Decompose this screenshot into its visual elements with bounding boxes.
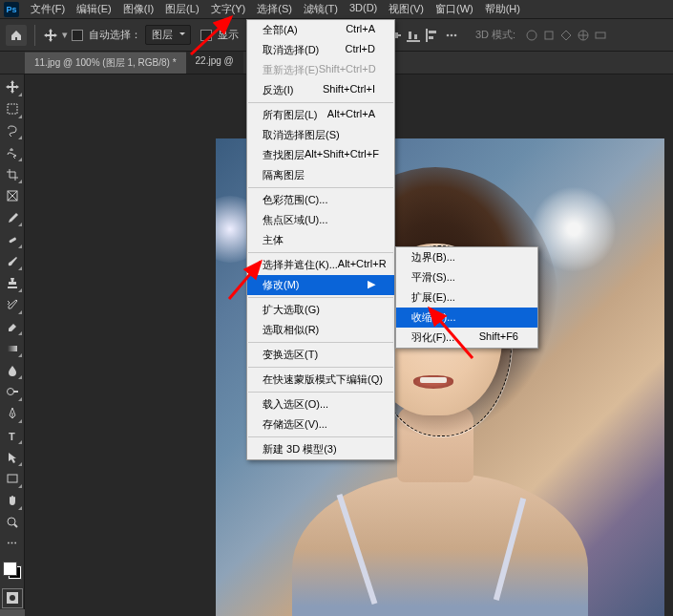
menu-滤镜[interactable]: 滤镜(T)	[298, 0, 344, 18]
menu-separator	[248, 392, 393, 393]
menu-item-label: 边界(B)...	[411, 250, 455, 265]
pen-tool[interactable]	[2, 404, 23, 424]
frame-tool[interactable]	[2, 186, 23, 206]
brush-tool[interactable]	[2, 251, 23, 271]
quick-mask-toggle[interactable]	[2, 588, 23, 608]
menu-separator	[248, 187, 393, 188]
menu-item-label: 重新选择(E)	[263, 63, 319, 77]
document-tab[interactable]: 11.jpg @ 100% (图层 1, RGB/8) *	[25, 52, 186, 74]
menu-item-label: 选择并遮住(K)...	[263, 258, 338, 272]
svg-rect-11	[429, 36, 433, 39]
menu-item[interactable]: 新建 3D 模型(3)	[247, 439, 394, 459]
healing-tool[interactable]	[2, 229, 23, 249]
more-icon[interactable]	[445, 29, 458, 42]
svg-rect-19	[8, 104, 17, 114]
svg-rect-18	[596, 32, 605, 38]
3d-mode-icons	[525, 29, 607, 42]
menu-item-label: 取消选择图层(S)	[263, 128, 340, 142]
menu-item[interactable]: 变换选区(T)	[247, 345, 394, 365]
hand-tool[interactable]	[2, 491, 23, 511]
app-logo: Ps	[4, 2, 19, 17]
color-swatch[interactable]	[2, 561, 23, 581]
blur-tool[interactable]	[2, 360, 23, 380]
svg-rect-7	[409, 32, 411, 39]
menu-item-label: 查找图层	[263, 148, 305, 162]
menu-item-label: 平滑(S)...	[411, 270, 455, 285]
menu-separator	[248, 367, 393, 368]
align-left-icon[interactable]	[426, 29, 439, 42]
svg-point-13	[451, 33, 453, 36]
stamp-tool[interactable]	[2, 273, 23, 293]
menu-编辑[interactable]: 编辑(E)	[71, 0, 117, 18]
path-select-tool[interactable]	[2, 447, 23, 467]
menu-item[interactable]: 存储选区(V)...	[247, 414, 394, 435]
menu-bar: Ps 文件(F)编辑(E)图像(I)图层(L)文字(Y)选择(S)滤镜(T)3D…	[0, 0, 673, 19]
menu-item[interactable]: 所有图层(L)Alt+Ctrl+A	[247, 105, 394, 125]
gradient-tool[interactable]	[2, 338, 23, 358]
menu-item-shortcut: Ctrl+A	[346, 23, 375, 37]
separator	[34, 25, 35, 46]
menu-item-label: 反选(I)	[263, 83, 293, 97]
eyedropper-tool[interactable]	[2, 208, 23, 228]
menu-item[interactable]: 取消选择(D)Ctrl+D	[247, 40, 394, 60]
menu-item-label: 选取相似(R)	[263, 323, 319, 337]
home-button[interactable]	[6, 25, 27, 46]
lasso-tool[interactable]	[2, 121, 23, 141]
menu-文件[interactable]: 文件(F)	[25, 0, 71, 18]
svg-point-28	[10, 595, 15, 601]
menu-窗口[interactable]: 窗口(W)	[430, 0, 479, 18]
align-bottom-icon[interactable]	[407, 29, 420, 42]
menu-item[interactable]: 查找图层Alt+Shift+Ctrl+F	[247, 145, 394, 165]
crop-tool[interactable]	[2, 164, 23, 184]
dodge-tool[interactable]	[2, 382, 23, 402]
menu-item[interactable]: 边界(B)...	[396, 247, 537, 267]
menu-item[interactable]: 主体	[247, 230, 394, 250]
menu-图像[interactable]: 图像(I)	[117, 0, 159, 18]
svg-point-15	[527, 31, 536, 40]
menu-item-label: 所有图层(L)	[263, 108, 317, 122]
tool-panel: T ⋯	[0, 74, 25, 609]
svg-point-14	[454, 33, 457, 36]
menu-separator	[248, 252, 393, 253]
menu-item[interactable]: 焦点区域(U)...	[247, 210, 394, 230]
menu-item-shortcut: Ctrl+D	[346, 43, 375, 57]
menu-选择[interactable]: 选择(S)	[251, 0, 298, 18]
move-tool-icon	[43, 28, 58, 43]
history-brush-tool[interactable]	[2, 295, 23, 315]
move-tool[interactable]	[2, 77, 23, 97]
menu-item[interactable]: 反选(I)Shift+Ctrl+I	[247, 80, 394, 100]
auto-select-checkbox[interactable]	[72, 30, 83, 41]
menu-item-shortcut: Alt+Ctrl+A	[327, 108, 375, 122]
menu-item[interactable]: 平滑(S)...	[396, 267, 537, 287]
svg-point-12	[447, 33, 450, 36]
menu-item-shortcut: Shift+Ctrl+I	[323, 83, 375, 97]
menu-item[interactable]: 取消选择图层(S)	[247, 125, 394, 145]
menu-item[interactable]: 选取相似(R)	[247, 320, 394, 340]
menu-item[interactable]: 全部(A)Ctrl+A	[247, 20, 394, 40]
edit-toolbar[interactable]: ⋯	[2, 534, 23, 554]
menu-item[interactable]: 色彩范围(C)...	[247, 190, 394, 210]
menu-item[interactable]: 在快速蒙版模式下编辑(Q)	[247, 370, 394, 390]
menu-3D[interactable]: 3D(D)	[344, 0, 383, 18]
svg-rect-9	[426, 29, 428, 42]
menu-item[interactable]: 隔离图层	[247, 165, 394, 185]
marquee-tool[interactable]	[2, 99, 23, 119]
svg-rect-21	[9, 237, 16, 244]
menu-视图[interactable]: 视图(V)	[383, 0, 430, 18]
menu-item-shortcut: Alt+Shift+Ctrl+F	[305, 148, 379, 162]
menu-item-label: 隔离图层	[263, 168, 305, 182]
annotation-arrow	[420, 301, 487, 370]
quick-select-tool[interactable]	[2, 142, 23, 162]
menu-帮助[interactable]: 帮助(H)	[479, 0, 526, 18]
eraser-tool[interactable]	[2, 317, 23, 337]
type-tool[interactable]: T	[2, 426, 23, 446]
menu-item-label: 变换选区(T)	[263, 348, 318, 362]
svg-rect-5	[395, 32, 398, 38]
zoom-tool[interactable]	[2, 513, 23, 533]
menu-item[interactable]: 载入选区(O)...	[247, 394, 394, 414]
3d-mode-label: 3D 模式:	[475, 28, 515, 42]
menu-item-label: 新建 3D 模型(3)	[263, 442, 337, 457]
annotation-arrow	[224, 256, 272, 306]
select-menu-dropdown: 全部(A)Ctrl+A取消选择(D)Ctrl+D重新选择(E)Shift+Ctr…	[246, 19, 395, 460]
shape-tool[interactable]	[2, 469, 23, 489]
